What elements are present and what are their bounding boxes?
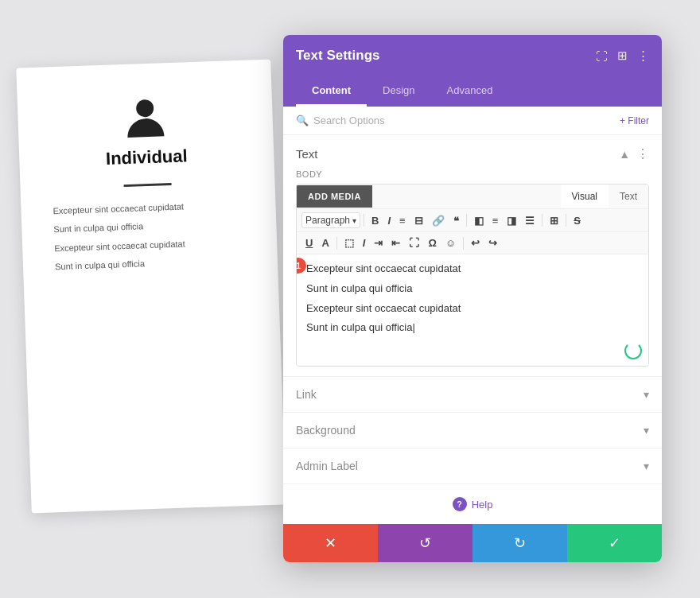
page-mockup: Individual Excepteur sint occaecat cupid… bbox=[16, 60, 286, 514]
tab-design[interactable]: Design bbox=[367, 76, 430, 107]
page-heading: Individual bbox=[43, 144, 251, 172]
tab-content[interactable]: Content bbox=[296, 76, 367, 107]
page-content: Excepteur sint occaecat cupidatat Sunt i… bbox=[45, 199, 254, 274]
ordered-list-button[interactable]: ⊟ bbox=[410, 213, 427, 228]
filter-button[interactable]: + Filter bbox=[620, 115, 649, 126]
link-section[interactable]: Link ▾ bbox=[283, 377, 662, 413]
admin-label-chevron-icon: ▾ bbox=[644, 460, 649, 472]
visual-text-tabs: Visual Text bbox=[561, 184, 648, 208]
fmt-group-2: ◧ ≡ ◨ ☰ bbox=[470, 213, 539, 228]
help-icon: ? bbox=[453, 497, 467, 511]
link-section-title: Link bbox=[296, 388, 317, 401]
background-section-title: Background bbox=[296, 424, 356, 437]
separator-1 bbox=[364, 214, 364, 227]
justify-button[interactable]: ☰ bbox=[521, 213, 539, 228]
admin-label-section[interactable]: Admin Label ▾ bbox=[283, 448, 662, 484]
italic-2-button[interactable]: I bbox=[359, 235, 370, 250]
help-label: Help bbox=[472, 499, 493, 511]
text-section-controls: ▲ ⋮ bbox=[619, 146, 649, 161]
tab-advanced[interactable]: Advanced bbox=[431, 76, 509, 107]
page-line-2: Sunt in culpa qui officia bbox=[53, 217, 252, 236]
unordered-list-button[interactable]: ≡ bbox=[395, 213, 410, 228]
page-line-4: Sunt in culpa qui officia bbox=[55, 254, 254, 274]
text-collapse-icon[interactable]: ▲ bbox=[619, 148, 630, 161]
notification-badge: 1 bbox=[296, 258, 306, 274]
editor-line-2: Sunt in culpa qui officia bbox=[306, 281, 639, 297]
editor-line-1: Excepteur sint occaecat cupidatat bbox=[306, 261, 639, 278]
undo-button[interactable]: ↩ bbox=[467, 235, 484, 250]
page-line-1: Excepteur sint occaecat cupidatat bbox=[52, 199, 251, 218]
redo-button[interactable]: ↻ bbox=[472, 524, 567, 562]
emoji-button[interactable]: ☺ bbox=[441, 235, 460, 250]
separator-5 bbox=[336, 237, 337, 250]
text-section: Text ▲ ⋮ Body ADD MEDIA Visual Text bbox=[283, 135, 662, 377]
editor-line-4: Sunt in culpa qui officia bbox=[306, 320, 639, 336]
blockquote-button[interactable]: ❝ bbox=[449, 213, 463, 228]
page-line-3: Excepteur sint occaecat cupidatat bbox=[54, 235, 253, 254]
settings-panel: Text Settings ⛶ ⊞ ⋮ Content Design Advan… bbox=[283, 35, 662, 562]
separator-2 bbox=[466, 214, 467, 227]
align-left-button[interactable]: ◧ bbox=[470, 213, 488, 228]
search-placeholder[interactable]: Search Options bbox=[313, 115, 385, 126]
fullscreen-icon[interactable]: ⛶ bbox=[596, 49, 608, 63]
underline-button[interactable]: U bbox=[301, 235, 317, 250]
tab-visual[interactable]: Visual bbox=[561, 184, 609, 208]
action-bar: ✕ ↺ ↻ ✓ bbox=[283, 524, 662, 562]
separator-6 bbox=[463, 237, 464, 250]
text-color-button[interactable]: A bbox=[317, 235, 332, 250]
dropdown-arrow: ▾ bbox=[352, 216, 356, 225]
format-toolbar-2: U A ⬚ I ⇥ ⇤ ⛶ Ω ☺ ↩ bbox=[297, 232, 648, 254]
editor-line-3: Excepteur sint occaecat cupidatat bbox=[306, 301, 639, 317]
add-media-button[interactable]: ADD MEDIA bbox=[297, 185, 372, 208]
table-button[interactable]: ⊞ bbox=[546, 213, 562, 228]
special-char-button[interactable]: Ω bbox=[424, 235, 440, 250]
strikethrough-button[interactable]: S bbox=[570, 213, 585, 228]
more-options-icon[interactable]: ⋮ bbox=[637, 49, 649, 63]
admin-label-title: Admin Label bbox=[296, 460, 358, 472]
link-button[interactable]: 🔗 bbox=[428, 213, 449, 228]
search-icon: 🔍 bbox=[296, 115, 309, 126]
fmt-group-1: B I ≡ ⊟ 🔗 ❝ bbox=[368, 213, 463, 228]
panel-header: Text Settings ⛶ ⊞ ⋮ bbox=[283, 35, 662, 76]
avatar-icon bbox=[41, 92, 250, 143]
outdent-button[interactable]: ⇤ bbox=[387, 235, 404, 250]
body-label: Body bbox=[283, 169, 662, 184]
layout-icon[interactable]: ⊞ bbox=[617, 49, 628, 63]
background-chevron-icon: ▾ bbox=[644, 424, 649, 437]
text-more-icon[interactable]: ⋮ bbox=[636, 146, 649, 161]
italic-button[interactable]: I bbox=[383, 213, 395, 228]
save-button[interactable]: ✓ bbox=[567, 524, 662, 562]
tab-text[interactable]: Text bbox=[609, 184, 648, 208]
svg-point-0 bbox=[136, 99, 154, 118]
fmt-group-5: ↩ ↪ bbox=[467, 235, 501, 250]
separator-3 bbox=[542, 214, 542, 227]
align-right-button[interactable]: ◨ bbox=[503, 213, 520, 228]
indent-button[interactable]: ⇥ bbox=[370, 235, 387, 250]
paragraph-select[interactable]: Paragraph ▾ bbox=[301, 212, 360, 228]
paste-text-button[interactable]: ⬚ bbox=[340, 235, 358, 250]
loading-spinner bbox=[624, 342, 642, 359]
text-section-header: Text ▲ ⋮ bbox=[283, 135, 662, 169]
background-section[interactable]: Background ▾ bbox=[283, 413, 662, 448]
fmt-group-3: U A bbox=[301, 235, 333, 250]
redo-btn[interactable]: ↪ bbox=[484, 235, 501, 250]
format-toolbar-1: Paragraph ▾ B I ≡ ⊟ 🔗 ❝ ◧ bbox=[297, 209, 648, 232]
panel-tabs: Content Design Advanced bbox=[283, 76, 662, 107]
editor-content[interactable]: 1 Excepteur sint occaecat cupidatat Sunt… bbox=[297, 254, 648, 366]
editor-area: ADD MEDIA Visual Text Paragraph ▾ B bbox=[296, 184, 649, 367]
help-button[interactable]: ? Help bbox=[453, 497, 493, 511]
bold-button[interactable]: B bbox=[368, 213, 383, 228]
fmt-group-4: ⬚ I ⇥ ⇤ ⛶ Ω ☺ bbox=[340, 235, 460, 250]
align-center-button[interactable]: ≡ bbox=[488, 213, 503, 228]
reset-button[interactable]: ↺ bbox=[378, 524, 472, 562]
divider bbox=[124, 183, 172, 187]
cancel-button[interactable]: ✕ bbox=[283, 524, 378, 562]
search-input-wrap: 🔍 Search Options bbox=[296, 115, 385, 126]
expand-button[interactable]: ⛶ bbox=[405, 235, 423, 250]
panel-header-icons: ⛶ ⊞ ⋮ bbox=[596, 49, 649, 63]
search-bar: 🔍 Search Options + Filter bbox=[283, 107, 662, 135]
help-area: ? Help bbox=[283, 484, 662, 524]
editor-top-bar: ADD MEDIA Visual Text bbox=[297, 184, 648, 209]
link-chevron-icon: ▾ bbox=[644, 388, 649, 401]
separator-4 bbox=[566, 214, 566, 227]
